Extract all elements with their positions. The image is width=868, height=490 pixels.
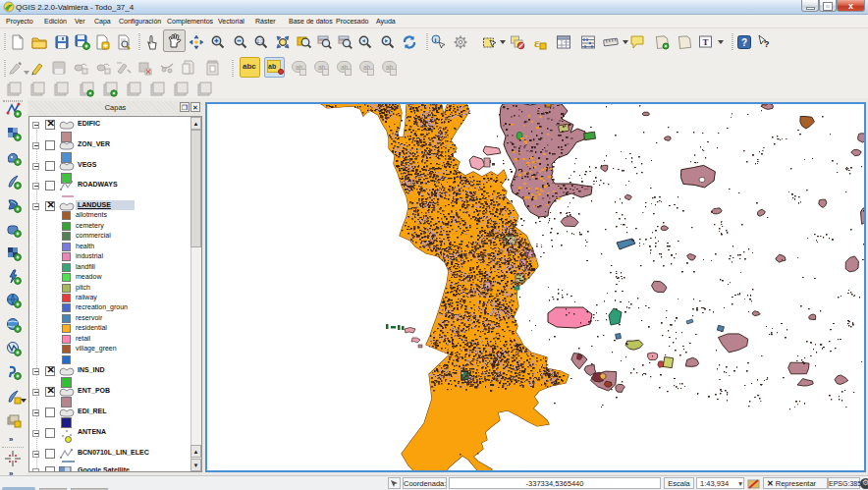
svg-text:?: ? bbox=[741, 37, 747, 48]
svg-text:?: ? bbox=[764, 39, 770, 49]
svg-text:ε: ε bbox=[534, 35, 540, 50]
svg-text:i: i bbox=[435, 36, 437, 44]
svg-text:T: T bbox=[703, 37, 709, 47]
svg-text:1:1: 1:1 bbox=[256, 38, 264, 44]
